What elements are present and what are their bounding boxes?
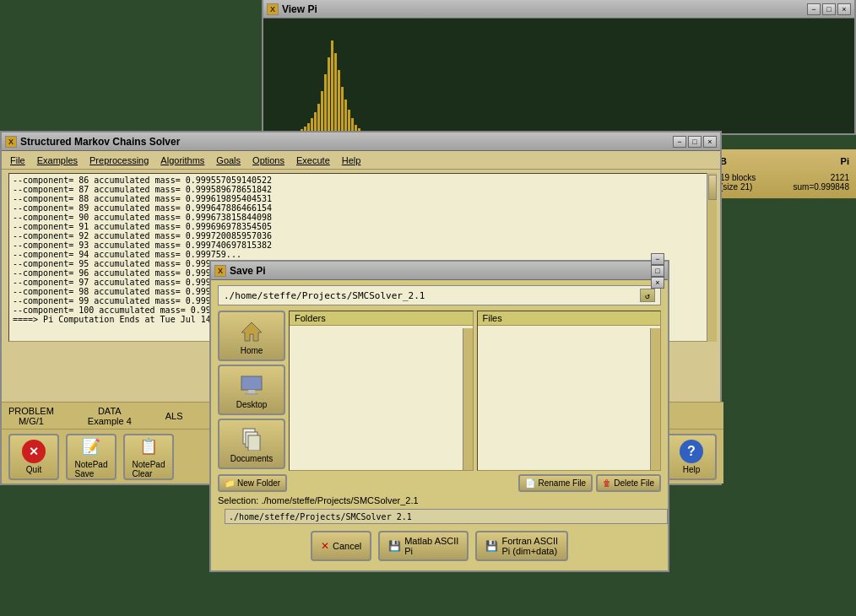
rename-file-button[interactable]: 📄 Rename File bbox=[518, 474, 593, 492]
menu-help[interactable]: Help bbox=[337, 154, 366, 167]
save-nav-buttons: Home Desktop bbox=[218, 311, 285, 471]
home-nav-button[interactable]: Home bbox=[218, 311, 285, 361]
refresh-button[interactable]: ↺ bbox=[640, 289, 655, 302]
save-pi-dialog: X Save Pi − □ × ./home/steffe/Projects/S… bbox=[209, 260, 669, 572]
smc-close-btn[interactable]: × bbox=[703, 136, 717, 148]
b-pi-row1: 19 blocks 2121 bbox=[720, 173, 849, 182]
menu-file[interactable]: File bbox=[5, 154, 30, 167]
status-als-label: ALS bbox=[165, 411, 183, 421]
smc-min-btn[interactable]: − bbox=[673, 136, 686, 148]
b-pi-row1-val: 2121 bbox=[831, 173, 849, 182]
menu-examples[interactable]: Examples bbox=[32, 154, 83, 167]
files-scrollbar[interactable] bbox=[650, 328, 660, 470]
files-header: Files bbox=[478, 311, 661, 326]
cancel-label: Cancel bbox=[333, 541, 361, 551]
b-pi-panel: B Pi 19 blocks 2121 (size 21) sum=0.9998… bbox=[712, 149, 856, 198]
desktop-icon bbox=[238, 371, 265, 398]
folders-panel: Folders bbox=[289, 311, 474, 471]
svg-rect-6 bbox=[248, 435, 260, 451]
rename-label: Rename File bbox=[538, 478, 586, 488]
smc-win-buttons: − □ × bbox=[673, 136, 717, 148]
desktop-nav-label: Desktop bbox=[236, 400, 268, 409]
view-pi-min-btn[interactable]: − bbox=[807, 3, 821, 15]
home-icon bbox=[238, 317, 265, 344]
b-pi-row2-label: (size 21) bbox=[720, 182, 752, 192]
b-pi-row2-val: sum=0.999848 bbox=[794, 182, 849, 192]
save-x-icon: X bbox=[214, 265, 226, 277]
fortran-icon: 💾 bbox=[485, 540, 498, 552]
view-pi-titlebar: X View Pi − □ × bbox=[263, 0, 854, 19]
view-pi-x-icon: X bbox=[267, 3, 279, 15]
delete-file-button[interactable]: 🗑 Delete File bbox=[596, 474, 661, 492]
pi-col-header: Pi bbox=[841, 156, 849, 166]
fortran-ascii-button[interactable]: 💾 Fortran ASCII Pi (dim+data) bbox=[475, 531, 568, 561]
save-panels: Home Desktop bbox=[218, 311, 661, 471]
folders-header: Folders bbox=[290, 311, 473, 326]
matlab-label: Matlab ASCII Pi bbox=[404, 536, 458, 556]
view-pi-window: X View Pi − □ × bbox=[262, 0, 856, 135]
help-button[interactable]: ? Help bbox=[666, 434, 717, 480]
output-line: --component= 94 accumulated mass= 0.9997… bbox=[13, 250, 706, 259]
save-min-btn[interactable]: − bbox=[651, 253, 664, 265]
documents-nav-button[interactable]: Documents bbox=[218, 419, 285, 469]
save-close-btn[interactable]: × bbox=[651, 277, 664, 289]
save-max-btn[interactable]: □ bbox=[651, 265, 664, 277]
output-line: --component= 89 accumulated mass= 0.9996… bbox=[13, 203, 706, 213]
new-folder-button[interactable]: 📁 New Folder bbox=[218, 474, 287, 492]
output-line: --component= 90 accumulated mass= 0.9996… bbox=[13, 213, 706, 222]
cancel-button[interactable]: ✕ Cancel bbox=[311, 531, 371, 561]
matlab-ascii-button[interactable]: 💾 Matlab ASCII Pi bbox=[378, 531, 469, 561]
documents-nav-label: Documents bbox=[230, 454, 274, 463]
fortran-label: Fortran ASCII Pi (dim+data) bbox=[501, 536, 558, 556]
view-pi-content bbox=[263, 19, 854, 133]
svg-rect-3 bbox=[245, 393, 258, 395]
svg-marker-0 bbox=[241, 322, 262, 341]
scrollbar-thumb bbox=[708, 175, 717, 200]
folders-scrollbar[interactable] bbox=[463, 328, 473, 470]
new-folder-icon: 📁 bbox=[225, 478, 235, 488]
delete-icon: 🗑 bbox=[603, 478, 611, 488]
home-nav-label: Home bbox=[241, 346, 263, 355]
output-line: --component= 92 accumulated mass= 0.9997… bbox=[13, 231, 706, 240]
notepad-save-button[interactable]: 📝 NotePad Save bbox=[66, 434, 116, 480]
help-icon: ? bbox=[680, 440, 703, 463]
menu-goals[interactable]: Goals bbox=[211, 154, 246, 167]
smc-menubar: File Examples Preprocessing Algorithms G… bbox=[2, 151, 720, 170]
b-pi-row1-label: 19 blocks bbox=[720, 173, 756, 182]
svg-rect-2 bbox=[248, 390, 255, 393]
cancel-icon: ✕ bbox=[321, 540, 329, 552]
quit-button[interactable]: ✕ Quit bbox=[8, 434, 59, 480]
smc-max-btn[interactable]: □ bbox=[688, 136, 702, 148]
desktop-nav-button[interactable]: Desktop bbox=[218, 365, 285, 415]
selection-input[interactable] bbox=[225, 509, 668, 524]
notepad-save-icon: 📝 bbox=[79, 435, 103, 458]
menu-algorithms[interactable]: Algorithms bbox=[155, 154, 209, 167]
output-line: --component= 86 accumulated mass= 0.9995… bbox=[13, 176, 706, 185]
output-line: --component= 88 accumulated mass= 0.9996… bbox=[13, 194, 706, 203]
matlab-icon: 💾 bbox=[388, 540, 401, 552]
notepad-clear-icon: 📋 bbox=[137, 435, 160, 458]
quit-icon: ✕ bbox=[22, 440, 46, 463]
documents-icon bbox=[238, 425, 265, 452]
output-line: --component= 91 accumulated mass= 0.9996… bbox=[13, 222, 706, 231]
output-line: --component= 87 accumulated mass= 0.9995… bbox=[13, 185, 706, 194]
save-bottom-btns: 📁 New Folder 📄 Rename File 🗑 Delete File bbox=[218, 474, 661, 492]
view-pi-max-btn[interactable]: □ bbox=[822, 3, 836, 15]
save-path-bar: ./home/steffe/Projects/SMCSolver_2.1 ↺ bbox=[218, 285, 661, 305]
b-pi-row2: (size 21) sum=0.999848 bbox=[720, 182, 849, 192]
notepad-clear-button[interactable]: 📋 NotePad Clear bbox=[123, 434, 174, 480]
menu-preprocessing[interactable]: Preprocessing bbox=[84, 154, 154, 167]
view-pi-close-btn[interactable]: × bbox=[837, 3, 851, 15]
save-path-text: ./home/steffe/Projects/SMCSolver_2.1 bbox=[224, 290, 637, 301]
smc-title: Structured Markov Chains Solver bbox=[20, 136, 673, 148]
status-data-label: DATA Example 4 bbox=[88, 406, 132, 426]
output-scrollbar[interactable] bbox=[707, 173, 717, 342]
files-panel: Files bbox=[477, 311, 662, 471]
status-problem-label: PROBLEM M/G/1 bbox=[8, 406, 54, 426]
menu-options[interactable]: Options bbox=[247, 154, 290, 167]
menu-execute[interactable]: Execute bbox=[291, 154, 335, 167]
smc-titlebar: X Structured Markov Chains Solver − □ × bbox=[2, 132, 720, 151]
save-titlebar: X Save Pi − □ × bbox=[211, 262, 668, 280]
svg-rect-1 bbox=[241, 376, 262, 390]
save-title: Save Pi bbox=[230, 265, 651, 277]
